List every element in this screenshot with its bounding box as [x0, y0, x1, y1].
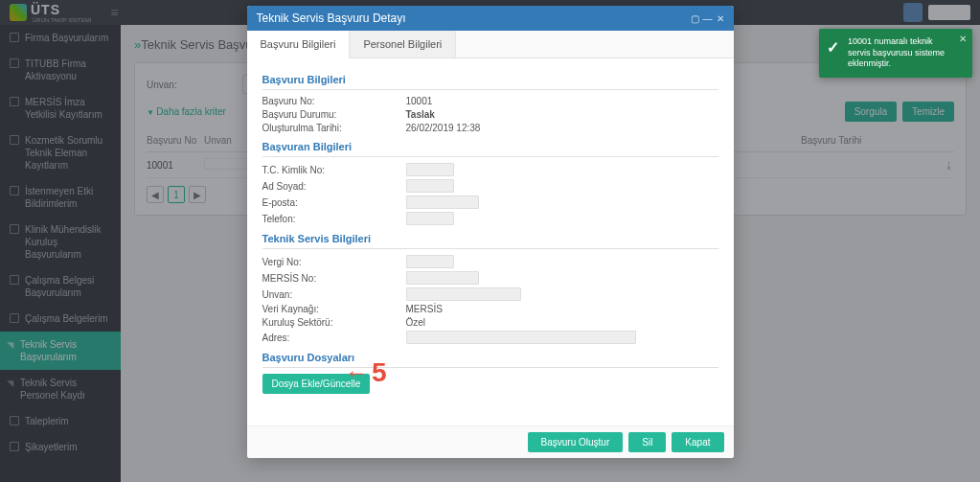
tab-basvuru-bilgileri[interactable]: Başvuru Bilgileri — [247, 31, 351, 58]
tc-label: T.C. Kimlik No: — [262, 165, 406, 175]
unvan-label: Unvan: — [262, 289, 406, 300]
toast-message: 10001 numaralı teknik servis başvurusu s… — [848, 36, 945, 68]
veri-kaynagi-value: MERSİS — [406, 304, 718, 314]
tc-value — [406, 163, 454, 176]
mersis-label: MERSİS No: — [262, 273, 406, 284]
section-dosyalar: Başvuru Dosyaları — [262, 348, 718, 368]
basvuru-durumu-value: Taslak — [406, 109, 718, 120]
eposta-label: E-posta: — [262, 197, 406, 208]
olusturulma-tarihi-label: Oluşturulma Tarihi: — [262, 123, 406, 133]
dosya-ekle-button[interactable]: Dosya Ekle/Güncelle — [262, 374, 371, 394]
modal-title: Teknik Servis Başvuru Detayı — [257, 11, 406, 25]
sil-button[interactable]: Sil — [628, 432, 666, 452]
modal-footer: Başvuru Oluştur Sil Kapat — [247, 425, 734, 458]
basvuru-no-value: 10001 — [406, 96, 718, 106]
tab-personel-bilgileri[interactable]: Personel Bilgileri — [350, 31, 456, 57]
veri-kaynagi-label: Veri Kaynağı: — [262, 304, 406, 314]
unvan-value — [406, 287, 521, 301]
section-teknik-servis: Teknik Servis Bilgileri — [262, 229, 718, 249]
kapat-button[interactable]: Kapat — [672, 432, 723, 452]
basvuru-durumu-label: Başvuru Durumu: — [262, 109, 406, 120]
eposta-value — [406, 195, 479, 209]
basvuru-no-label: Başvuru No: — [262, 96, 406, 106]
ad-value — [406, 179, 454, 193]
olusturulma-tarihi-value: 26/02/2019 12:38 — [406, 123, 718, 133]
application-detail-modal: Teknik Servis Başvuru Detayı ▢ — ✕ Başvu… — [247, 6, 734, 458]
section-basvuru-bilgileri: Başvuru Bilgileri — [262, 70, 718, 90]
telefon-label: Telefon: — [262, 214, 406, 224]
adres-label: Adres: — [262, 333, 406, 343]
toast-close-icon[interactable]: ✕ — [959, 33, 967, 45]
close-icon[interactable]: ✕ — [717, 13, 724, 24]
modal-title-bar: Teknik Servis Başvuru Detayı ▢ — ✕ — [247, 6, 734, 31]
ad-label: Ad Soyad: — [262, 181, 406, 192]
basvuru-olustur-button[interactable]: Başvuru Oluştur — [528, 432, 624, 452]
maximize-icon[interactable]: ▢ — [691, 13, 699, 24]
telefon-value — [406, 212, 454, 225]
modal-tabs: Başvuru Bilgileri Personel Bilgileri — [247, 31, 734, 58]
kurulus-sektoru-value: Özel — [406, 317, 718, 328]
minimize-icon[interactable]: — — [703, 13, 713, 24]
section-basvuran-bilgileri: Başvuran Bilgileri — [262, 137, 718, 157]
mersis-value — [406, 271, 479, 285]
success-toast: 10001 numaralı teknik servis başvurusu s… — [819, 29, 972, 78]
vergi-value — [406, 255, 454, 268]
kurulus-sektoru-label: Kuruluş Sektörü: — [262, 317, 406, 328]
vergi-label: Vergi No: — [262, 257, 406, 267]
adres-value — [406, 331, 636, 344]
